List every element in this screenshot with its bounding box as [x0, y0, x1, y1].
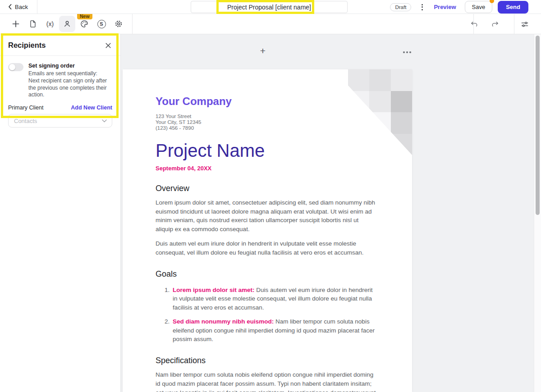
primary-client-label: Primary Client	[8, 105, 44, 111]
specifications-paragraph[interactable]: Nam liber tempor cum soluta nobis eleife…	[156, 370, 377, 392]
address-line: Your City, ST 12345	[156, 119, 381, 125]
notification-dot	[490, 0, 494, 3]
goals-heading[interactable]: Goals	[156, 269, 381, 279]
block-tools-group: (x) S	[8, 16, 127, 32]
primary-client-row: Primary Client Add New Client	[0, 99, 120, 114]
sliders-icon	[520, 20, 529, 29]
content-settings-button[interactable]	[517, 16, 533, 32]
document-date[interactable]: September 04, 20XX	[156, 165, 381, 172]
company-address[interactable]: 123 Your Street Your City, ST 12345 (123…	[156, 114, 381, 131]
contacts-placeholder: Contacts	[14, 118, 37, 124]
set-signing-order-row: Set signing order Emails are sent sequen…	[0, 56, 120, 99]
toggle-knob	[9, 64, 15, 70]
recipients-panel: Recipients Set signing order Emails are …	[0, 34, 121, 392]
overview-paragraph[interactable]: Duis autem vel eum iriure dolor in hendr…	[156, 239, 375, 257]
panel-title: Recipients	[8, 41, 46, 50]
contacts-select[interactable]: Contacts	[8, 114, 112, 128]
editor-body: Recipients Set signing order Emails are …	[0, 34, 541, 392]
goal-item[interactable]: 2. Sed diam nonummy nibh euismod: Nam li…	[156, 317, 375, 344]
close-icon	[105, 42, 111, 49]
chevron-down-icon	[102, 119, 107, 123]
scrollbar-track[interactable]	[534, 34, 541, 392]
goal-item[interactable]: 1. Lorem ipsum dolor sit amet: Duis aute…	[156, 286, 375, 312]
document-editor-app: Back Draft Preview Save Send New	[0, 0, 541, 392]
preview-button[interactable]: Preview	[434, 4, 456, 10]
goal-lead: Lorem ipsum dolor sit amet:	[173, 287, 255, 293]
pricing-button[interactable]: S	[93, 16, 110, 32]
goal-lead: Sed diam nonummy nibh euismod:	[173, 318, 274, 325]
goal-number: 1.	[165, 286, 170, 295]
goals-list: 1. Lorem ipsum dolor sit amet: Duis aute…	[156, 286, 381, 344]
undo-icon	[470, 20, 479, 29]
company-name[interactable]: Your Company	[156, 95, 381, 108]
scrollbar-thumb[interactable]	[536, 36, 540, 215]
status-badge: Draft	[390, 3, 411, 11]
add-content-block-button[interactable]: +	[256, 44, 270, 58]
recipients-panel-header: Recipients	[0, 34, 120, 56]
signing-order-toggle[interactable]	[8, 63, 23, 71]
document-page: Your Company 123 Your Street Your City, …	[123, 69, 412, 392]
redo-icon	[491, 20, 500, 29]
project-title[interactable]: Project Name	[156, 140, 381, 161]
divider	[132, 14, 133, 34]
top-bar-actions: Draft Preview Save Send	[390, 0, 528, 14]
recipients-button[interactable]	[59, 16, 75, 32]
page-menu-icon[interactable]	[401, 50, 413, 55]
overview-paragraph[interactable]: Lorem ipsum dolor sit amet, consectetuer…	[156, 198, 375, 234]
signing-order-text: Set signing order Emails are sent sequen…	[28, 63, 109, 99]
address-line: 123 Your Street	[156, 114, 381, 119]
goal-number: 2.	[165, 317, 170, 326]
signing-order-description: Emails are sent sequentially: Next recip…	[28, 70, 109, 99]
top-bar: Back Draft Preview Save Send	[0, 0, 541, 14]
recipient-person-icon	[63, 19, 72, 28]
document-title-input[interactable]	[191, 1, 348, 13]
pages-button[interactable]	[25, 16, 41, 32]
specifications-heading[interactable]: Specifications	[156, 356, 381, 365]
page-content: Your Company 123 Your Street Your City, …	[123, 69, 412, 392]
palette-icon	[80, 19, 89, 28]
undo-button[interactable]	[466, 16, 482, 32]
overview-heading[interactable]: Overview	[156, 184, 381, 193]
kebab-menu-icon[interactable]	[419, 2, 426, 12]
redo-button[interactable]	[487, 16, 503, 32]
variables-button[interactable]: (x)	[42, 16, 58, 32]
document-canvas: + Your Company 123 Your Street Your Ci	[121, 34, 541, 392]
save-button[interactable]: Save	[465, 1, 493, 13]
settings-button[interactable]	[110, 16, 127, 32]
back-button[interactable]: Back	[0, 0, 37, 14]
back-chevron-icon	[8, 4, 12, 9]
editor-toolbar: New (x)	[0, 14, 541, 34]
back-label: Back	[15, 4, 28, 10]
document-icon	[28, 19, 37, 28]
send-button[interactable]: Send	[498, 1, 528, 14]
close-panel-button[interactable]	[104, 41, 112, 50]
signing-order-label: Set signing order	[28, 63, 109, 69]
plus-icon	[12, 20, 20, 28]
variable-icon: (x)	[46, 20, 54, 27]
save-label: Save	[472, 4, 486, 10]
add-new-client-link[interactable]: Add New Client	[71, 105, 112, 111]
gear-icon	[114, 19, 123, 28]
address-line: (123) 456 - 7890	[156, 125, 381, 131]
pricing-icon: S	[97, 20, 106, 28]
history-tools-group	[464, 14, 541, 34]
add-block-button[interactable]	[8, 16, 24, 32]
